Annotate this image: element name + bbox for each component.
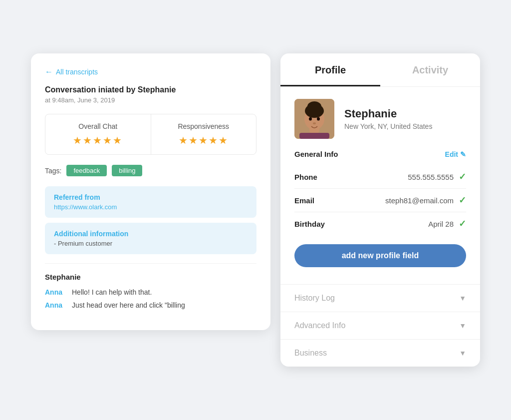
birthday-value: April 28 xyxy=(428,220,454,228)
svg-point-9 xyxy=(313,122,316,124)
email-check-icon: ✓ xyxy=(459,195,466,206)
conversation-subtitle: at 9:48am, June 3, 2019 xyxy=(45,96,256,104)
rating-overall-label: Overall Chat xyxy=(55,122,141,130)
info-block-additional: Additional information - Premium custome… xyxy=(45,223,256,254)
accordion-history-log-label: History Log xyxy=(294,294,335,303)
edit-pencil-icon: ✎ xyxy=(460,150,466,158)
info-block-referred-text[interactable]: https://www.olark.com xyxy=(54,203,248,211)
rating-responsiveness: Responsiveness ★★★★★ xyxy=(151,114,256,154)
edit-link[interactable]: Edit ✎ xyxy=(445,150,466,158)
info-row-phone: Phone 555.555.5555 ✓ xyxy=(294,165,466,189)
chevron-down-icon-advanced: ▼ xyxy=(459,322,466,330)
svg-point-6 xyxy=(308,105,320,113)
edit-label: Edit xyxy=(445,150,458,158)
chat-line-1: Anna Just head over here and click "bill… xyxy=(45,301,256,309)
add-profile-field-button[interactable]: add new profile field xyxy=(294,244,466,267)
general-info-label: General Info xyxy=(294,150,338,158)
tags-label: Tags: xyxy=(45,167,61,175)
rating-responsiveness-stars: ★★★★★ xyxy=(161,134,247,146)
right-panel: Profile Activity xyxy=(280,53,480,367)
profile-body: Stephanie New York, NY, United States Ge… xyxy=(280,87,480,284)
rating-overall: Overall Chat ★★★★★ xyxy=(45,114,151,154)
section-divider xyxy=(45,263,256,264)
chat-line-1-name: Anna xyxy=(45,301,67,309)
info-block-referred: Referred from https://www.olark.com xyxy=(45,186,256,218)
info-row-birthday: Birthday April 28 ✓ xyxy=(294,212,466,235)
left-panel: ← All transcripts Conversation iniated b… xyxy=(31,53,270,330)
tag-feedback[interactable]: feedback xyxy=(66,165,107,176)
general-info-row: General Info Edit ✎ xyxy=(294,150,466,158)
tags-row: Tags: feedback billing xyxy=(45,165,256,176)
info-row-email: Email steph81@email.com ✓ xyxy=(294,189,466,212)
accordion-business[interactable]: Business ▼ xyxy=(280,339,480,367)
back-arrow-icon: ← xyxy=(45,67,53,76)
birthday-label: Birthday xyxy=(294,220,325,228)
phone-value: 555.555.5555 xyxy=(408,173,454,181)
profile-info: Stephanie New York, NY, United States xyxy=(344,107,432,130)
conversation-title: Conversation iniated by Stephanie xyxy=(45,85,256,94)
svg-point-8 xyxy=(317,117,320,121)
profile-header: Stephanie New York, NY, United States xyxy=(294,99,466,139)
birthday-value-group: April 28 ✓ xyxy=(428,218,466,229)
chevron-down-icon-history: ▼ xyxy=(459,294,466,302)
accordion-advanced-info-label: Advanced Info xyxy=(294,321,345,330)
email-label: Email xyxy=(294,196,314,205)
rating-overall-stars: ★★★★★ xyxy=(55,134,141,146)
accordion-business-label: Business xyxy=(294,349,327,358)
birthday-check-icon: ✓ xyxy=(459,218,466,229)
tabs-row: Profile Activity xyxy=(280,53,480,87)
email-value-group: steph81@email.com ✓ xyxy=(385,195,466,206)
phone-check-icon: ✓ xyxy=(459,171,466,182)
chat-line-0-text: Hello! I can help with that. xyxy=(72,288,152,296)
info-block-additional-title: Additional information xyxy=(54,230,248,238)
avatar xyxy=(294,99,334,139)
phone-label: Phone xyxy=(294,173,317,181)
ratings-row: Overall Chat ★★★★★ Responsiveness ★★★★★ xyxy=(45,114,256,155)
chat-line-0-name: Anna xyxy=(45,288,67,296)
svg-rect-10 xyxy=(299,133,329,139)
chat-line-0: Anna Hello! I can help with that. xyxy=(45,288,256,296)
tab-profile[interactable]: Profile xyxy=(280,53,380,86)
profile-location: New York, NY, United States xyxy=(344,122,432,130)
back-link[interactable]: ← All transcripts xyxy=(45,67,256,76)
phone-value-group: 555.555.5555 ✓ xyxy=(408,171,466,182)
email-value: steph81@email.com xyxy=(385,196,454,205)
back-link-label: All transcripts xyxy=(56,68,98,76)
svg-point-7 xyxy=(309,117,312,121)
chevron-down-icon-business: ▼ xyxy=(459,349,466,357)
accordion-history-log[interactable]: History Log ▼ xyxy=(280,284,480,312)
rating-responsiveness-label: Responsiveness xyxy=(161,122,247,130)
chat-author: Stephanie xyxy=(45,273,256,281)
profile-name: Stephanie xyxy=(344,107,432,120)
accordion-advanced-info[interactable]: Advanced Info ▼ xyxy=(280,312,480,339)
info-block-referred-title: Referred from xyxy=(54,193,248,201)
chat-line-1-text: Just head over here and click "billing xyxy=(72,301,185,309)
tag-billing[interactable]: billing xyxy=(112,165,142,176)
info-block-additional-text: - Premium customer xyxy=(54,240,248,247)
tab-activity[interactable]: Activity xyxy=(380,53,480,86)
